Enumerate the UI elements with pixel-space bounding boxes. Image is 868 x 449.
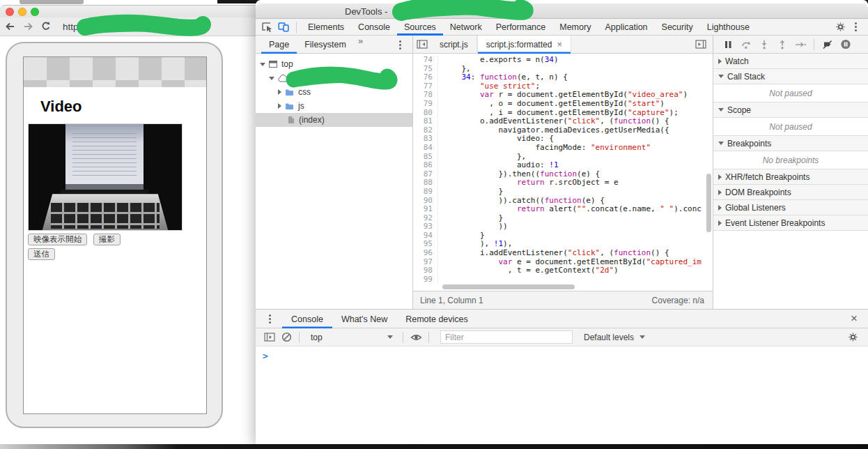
line-number: 76 xyxy=(413,73,438,82)
dock-edge xyxy=(0,444,868,449)
line-number: 89 xyxy=(413,188,438,197)
devtools-main-toolbar: ElementsConsoleSourcesNetworkPerformance… xyxy=(256,19,868,36)
editor-vertical-scrollbar[interactable] xyxy=(706,174,711,232)
pause-script-icon[interactable] xyxy=(719,37,737,52)
frame-icon xyxy=(269,61,277,68)
code-editor[interactable]: 74 e.exports = n(34)75 },76 34: function… xyxy=(413,54,713,291)
close-drawer-icon[interactable]: × xyxy=(847,312,861,326)
navigator-overflow-chevron[interactable]: » xyxy=(358,36,364,54)
drawer-tab-console[interactable]: Console xyxy=(282,310,332,328)
console-filter-input[interactable] xyxy=(440,330,573,344)
inspect-element-icon[interactable] xyxy=(258,20,275,35)
tab-application[interactable]: Application xyxy=(598,19,654,36)
context-selector-dropdown[interactable]: top xyxy=(311,333,393,342)
drawer-tabbar: ConsoleWhat's NewRemote devices × xyxy=(256,310,868,328)
editor-horizontal-scrollbar[interactable] xyxy=(442,284,575,289)
tab-lighthouse[interactable]: Lighthouse xyxy=(700,19,757,36)
tab-elements[interactable]: Elements xyxy=(301,19,351,36)
editor-tab-label: script.js:formatted xyxy=(486,40,552,50)
live-expression-eye-icon[interactable] xyxy=(408,330,424,345)
camera-preview-image xyxy=(28,123,183,231)
debugger-sidebar: WatchCall StackNot pausedScopeNot paused… xyxy=(713,36,868,309)
navigator-tab-page[interactable]: Page xyxy=(261,36,297,54)
section-header-breakpoints[interactable]: Breakpoints xyxy=(713,136,868,151)
tree-item-label: top xyxy=(281,59,293,69)
hide-navigator-icon[interactable] xyxy=(413,36,431,53)
tab-console[interactable]: Console xyxy=(351,19,397,36)
devtools-window-title: DevTools - xyxy=(345,6,387,17)
minimize-window-button[interactable] xyxy=(18,8,26,16)
quick-source-icon[interactable] xyxy=(692,36,710,53)
section-header-dom-breakpoints[interactable]: DOM Breakpoints xyxy=(713,185,868,200)
page-button-1[interactable]: 映像表示開始 xyxy=(28,234,87,245)
tab-security[interactable]: Security xyxy=(655,19,700,36)
navigator-kebab-icon[interactable] xyxy=(393,38,407,52)
editor-tab-script-js-formatted[interactable]: script.js:formatted× xyxy=(477,36,571,54)
page-button-2[interactable]: 撮影 xyxy=(93,234,121,245)
section-header-call-stack[interactable]: Call Stack xyxy=(713,69,868,84)
tab-network[interactable]: Network xyxy=(443,19,489,36)
console-output[interactable]: > xyxy=(256,347,868,444)
step-into-icon[interactable] xyxy=(755,37,773,52)
log-levels-value: Default levels xyxy=(584,333,634,342)
folder-icon xyxy=(285,89,294,96)
console-settings-gear-icon[interactable] xyxy=(844,330,861,345)
section-disclosure-arrow xyxy=(718,190,722,195)
pause-on-exceptions-icon[interactable] xyxy=(837,37,855,52)
url-text[interactable]: https:// xyxy=(63,22,91,32)
tree-item-index[interactable]: (index) xyxy=(256,113,412,127)
section-body-breakpoints: No breakpoints xyxy=(713,151,868,169)
editor-tab-strip: script.jsscript.js:formatted× xyxy=(431,36,571,54)
close-window-button[interactable] xyxy=(6,8,14,16)
zoom-window-button[interactable] xyxy=(31,8,39,16)
forward-button[interactable] xyxy=(20,19,36,34)
tree-item-redacted[interactable] xyxy=(256,71,412,85)
tree-disclosure-arrow[interactable] xyxy=(278,89,281,95)
drawer-kebab-icon[interactable] xyxy=(263,312,277,326)
section-header-event-listener-breakpoints[interactable]: Event Listener Breakpoints xyxy=(713,215,868,231)
more-options-kebab-icon[interactable] xyxy=(848,20,862,34)
log-levels-dropdown[interactable]: Default levels xyxy=(584,333,645,342)
tab-memory[interactable]: Memory xyxy=(552,19,598,36)
console-drawer: ConsoleWhat's NewRemote devices × top xyxy=(256,309,868,444)
reload-icon[interactable] xyxy=(38,19,54,34)
page-button-3[interactable]: 送信 xyxy=(28,248,55,260)
back-button[interactable] xyxy=(1,19,18,34)
deactivate-breakpoints-icon[interactable] xyxy=(819,37,837,52)
section-header-watch[interactable]: Watch xyxy=(713,54,868,69)
tree-item-top[interactable]: top xyxy=(256,57,412,71)
folder-icon xyxy=(285,102,294,110)
step-out-icon[interactable] xyxy=(773,37,791,52)
tree-disclosure-arrow[interactable] xyxy=(260,63,265,66)
tree-item-js[interactable]: js xyxy=(256,99,412,113)
photo-laptop-screen xyxy=(65,124,144,190)
cloud-icon xyxy=(278,75,288,82)
section-header-xhr-fetch-breakpoints[interactable]: XHR/fetch Breakpoints xyxy=(713,169,868,185)
drawer-tab-remote-devices[interactable]: Remote devices xyxy=(396,310,477,328)
drawer-tab-what-s-new[interactable]: What's New xyxy=(332,310,396,328)
tree-disclosure-arrow[interactable] xyxy=(269,77,274,80)
console-prompt-chevron[interactable]: > xyxy=(263,351,268,361)
tab-performance[interactable]: Performance xyxy=(489,19,553,36)
tree-disclosure-arrow[interactable] xyxy=(278,103,281,109)
close-tab-icon[interactable]: × xyxy=(557,41,562,48)
section-body-scope: Not paused xyxy=(713,118,868,136)
console-sidebar-toggle-icon[interactable] xyxy=(261,330,278,345)
toggle-device-toolbar-icon[interactable] xyxy=(275,20,292,35)
navigator-tab-filesystem[interactable]: Filesystem xyxy=(297,36,354,54)
tab-sources[interactable]: Sources xyxy=(397,19,443,36)
settings-gear-icon[interactable] xyxy=(832,20,848,35)
tree-item-label: (index) xyxy=(299,115,325,125)
tree-item-label: js xyxy=(298,101,304,111)
clear-console-icon[interactable] xyxy=(278,330,295,345)
section-disclosure-arrow xyxy=(718,142,724,145)
tree-item-css[interactable]: css xyxy=(256,85,412,99)
section-header-scope[interactable]: Scope xyxy=(713,102,868,118)
editor-pane: script.jsscript.js:formatted× 74 e.expor… xyxy=(413,36,713,309)
editor-tab-script-js[interactable]: script.js xyxy=(431,36,477,54)
line-number: 99 xyxy=(413,275,438,284)
section-header-global-listeners[interactable]: Global Listeners xyxy=(713,200,868,215)
step-over-icon[interactable] xyxy=(737,37,755,52)
step-icon[interactable] xyxy=(791,37,809,52)
devtools-titlebar: DevTools - xyxy=(256,3,868,19)
